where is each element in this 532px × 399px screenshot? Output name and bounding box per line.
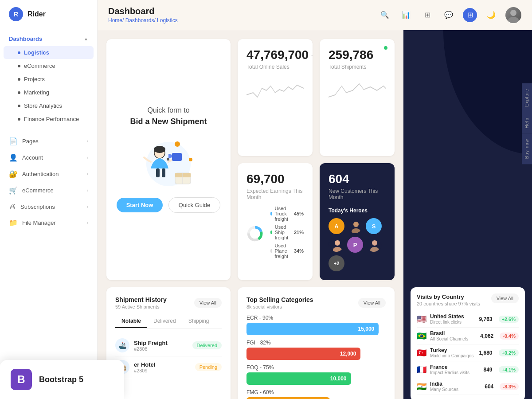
truck-freight-item: Used Truck freight 45%: [270, 206, 304, 222]
country-name-fr: France: [430, 364, 469, 370]
chevron-right-icon: ›: [87, 155, 88, 160]
bar-eoq: EOQ - 75% 10,000: [246, 364, 386, 385]
dashboards-section: Dashboards ▲ Logistics eCommerce Project…: [0, 30, 97, 128]
quick-guide-button[interactable]: Quick Guide: [168, 197, 221, 213]
grid-icon[interactable]: ⊞: [420, 8, 434, 22]
sidebar-item-label: eCommerce: [24, 63, 55, 69]
earnings-value: 69,700: [246, 172, 304, 186]
ship-info: Ship Freight #2808: [134, 340, 168, 352]
svg-rect-12: [156, 168, 160, 177]
bar-fmg: FMG - 60% 8,000: [246, 389, 386, 399]
country-us: 🇺🇸 United States Direct link clicks 9,76…: [417, 311, 519, 328]
start-now-button[interactable]: Start Now: [117, 198, 163, 212]
shipment-history-card: Shipment History 59 Active Shipments Vie…: [106, 287, 231, 399]
avatar[interactable]: [505, 7, 521, 23]
heroes-title: Today's Heroes: [329, 207, 386, 214]
tab-notable[interactable]: Notable: [115, 315, 147, 328]
sidebar-item-file-manager[interactable]: 📁 File Manager ›: [0, 215, 97, 231]
apps-icon[interactable]: ⊞: [463, 8, 477, 22]
sidebar-item-logistics[interactable]: Logistics: [4, 46, 94, 59]
visits-tr: 1,680: [479, 350, 492, 356]
header: Dashboard Home/ Dashboards/ Logistics 🔍 …: [98, 0, 532, 30]
search-icon[interactable]: 🔍: [378, 8, 392, 22]
sidebar-item-pages[interactable]: 📄 Pages ›: [0, 133, 97, 149]
ship-label: Used Ship freight: [275, 224, 290, 240]
customers-card: 604 New Customers This Month Today's Her…: [320, 163, 395, 280]
categories-bars: ECR - 90% 15,000 FGI - 82% 12,000: [246, 315, 386, 399]
dashboards-group[interactable]: Dashboards ▲: [0, 32, 97, 46]
svg-point-20: [335, 240, 340, 246]
sidebar-item-finance-performance[interactable]: Finance Performance: [4, 113, 94, 125]
tab-delivered[interactable]: Delivered: [147, 315, 182, 328]
bar-track-eoq: 10,000: [246, 372, 351, 385]
visits-view-all[interactable]: View All: [491, 293, 519, 303]
visits-in: 604: [485, 383, 493, 390]
sidebar-item-label: Logistics: [24, 49, 49, 56]
sidebar-item-ecommerce2[interactable]: 🛒 eCommerce ›: [0, 182, 97, 199]
nav-dot: [18, 91, 20, 94]
earnings-label: Expected Earnings This Month: [246, 188, 304, 200]
visits-card: Visits by Country 20 countries share 97%…: [411, 287, 525, 399]
active-dot: [18, 51, 20, 54]
right-content: Visits by Country 20 countries share 97%…: [403, 30, 532, 399]
ship-dot: [270, 231, 272, 234]
sidebar-item-label: Projects: [24, 76, 45, 82]
hero-illustration: [133, 135, 204, 188]
svg-point-23: [370, 247, 379, 253]
svg-point-4: [189, 158, 192, 161]
sidebar-item-subscriptions[interactable]: 🖨 Subscriptions ›: [0, 199, 97, 215]
sidebar-item-label: Marketing: [24, 89, 49, 96]
logo-icon: R: [9, 7, 23, 21]
shipment-header: Shipment History 59 Active Shipments Vie…: [115, 296, 222, 309]
ship-freight-item: Used Ship freight 21%: [270, 224, 304, 240]
chevron-up-icon: ▲: [84, 36, 88, 41]
hero-title: Bid a New Shipment: [130, 117, 207, 126]
analytics-icon[interactable]: 📊: [399, 8, 413, 22]
sidebar-item-store-analytics[interactable]: Store Analytics: [4, 99, 94, 112]
sidebar-item-authentication[interactable]: 🔐 Authentication ›: [0, 166, 97, 182]
bar-val-fgi: 12,000: [340, 351, 356, 357]
logo[interactable]: R Rider: [0, 7, 97, 30]
sidebar: R Rider Dashboards ▲ Logistics eCommerce…: [0, 0, 98, 399]
breadcrumb-current: Logistics: [157, 17, 178, 23]
visits-spacer: Visits by Country 20 countries share 97%…: [411, 287, 525, 399]
heroes-avatars: A S P +2: [329, 218, 386, 271]
plane-label: Used Plane freight: [275, 243, 290, 259]
change-br: -0.4%: [500, 332, 519, 340]
breadcrumb: Home/ Dashboards/ Logistics: [108, 17, 178, 23]
country-name-br: Brasil: [430, 330, 468, 336]
shipment-title: Shipment History: [115, 296, 167, 303]
sidebar-item-projects[interactable]: Projects: [4, 73, 94, 86]
svg-point-18: [353, 222, 359, 227]
file-manager-icon: 📁: [9, 219, 18, 227]
shipments-chart: [329, 77, 386, 104]
sidebar-item-ecommerce[interactable]: eCommerce: [4, 59, 94, 72]
chat-icon[interactable]: 💬: [442, 8, 456, 22]
hotel-status: Pending: [195, 363, 222, 371]
categories-card: Top Selling Categories 8k social visitor…: [238, 287, 395, 399]
hero-subtitle: Quick form to: [147, 106, 189, 114]
nav-dot: [18, 118, 20, 121]
svg-point-3: [175, 141, 180, 147]
categories-title: Top Selling Categories: [246, 296, 313, 303]
pages-icon: 📄: [9, 137, 18, 145]
hero-card: Quick form to Bid a New Shipment: [106, 39, 231, 280]
bar-label-ecr: ECR - 90%: [246, 315, 386, 321]
bar-val-ecr: 15,000: [358, 326, 375, 332]
online-indicator: [384, 46, 387, 50]
dark-mode-icon[interactable]: 🌙: [484, 8, 498, 22]
bootstrap-banner: B Bootstrap 5: [0, 360, 98, 399]
sidebar-item-account[interactable]: 👤 Account ›: [0, 149, 97, 166]
flag-br: 🇧🇷: [417, 331, 426, 341]
svg-rect-13: [162, 168, 165, 177]
total-sales-value: 47,769,700: [246, 48, 309, 62]
freight-donut: [246, 216, 263, 251]
visits-us: 9,763: [479, 316, 492, 322]
categories-view-all[interactable]: View All: [358, 298, 386, 308]
plane-freight-item: Used Plane freight 34%: [270, 243, 304, 259]
tab-shipping[interactable]: Shipping: [182, 315, 215, 328]
shipment-view-all[interactable]: View All: [194, 298, 222, 308]
sidebar-item-marketing[interactable]: Marketing: [4, 86, 94, 99]
visits-fr: 849: [483, 367, 492, 373]
svg-point-6: [154, 146, 165, 153]
